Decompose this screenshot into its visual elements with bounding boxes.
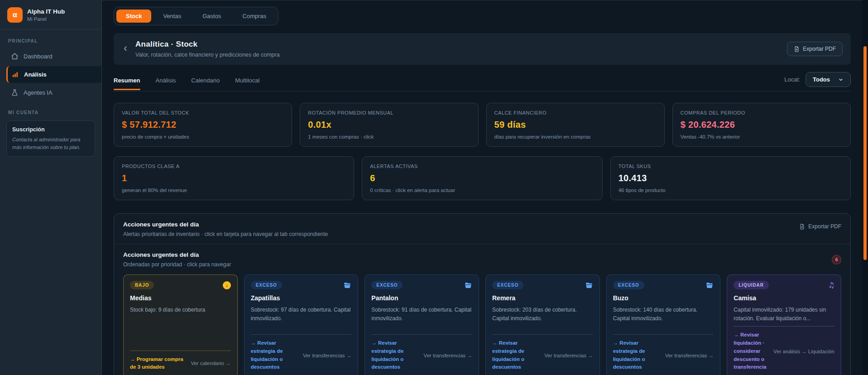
module-tabbar: Stock Ventas Gastos Compras [114, 7, 278, 25]
kpi-value: 10.413 [619, 173, 843, 183]
kpi-value: 6 [370, 173, 594, 183]
kpi-subtext: 46 tipos de producto [619, 188, 843, 193]
app-logo-icon: α [7, 7, 23, 23]
home-icon [11, 53, 19, 60]
priority-badge: BAJO [130, 281, 154, 289]
action-card-pantalon[interactable]: EXCESO Pantalon Sobrestock: 91 días de c… [364, 274, 479, 375]
chevron-down-icon [838, 77, 844, 82]
card-secondary-link[interactable]: Ver transferencias → [544, 353, 593, 358]
kpi-subtext: precio de compra × unidades [122, 134, 284, 139]
file-export-icon [794, 46, 800, 52]
card-action-link[interactable]: → Revisar estrategia de liquidación o de… [492, 339, 541, 371]
card-secondary-link[interactable]: Ver transferencias → [665, 353, 714, 358]
sidebar-item-analisis[interactable]: Análisis [6, 66, 101, 83]
tab-stock[interactable]: Stock [116, 10, 151, 23]
card-action-link[interactable]: → Revisar estrategia de liquidación o de… [613, 339, 662, 371]
sidebar-item-agentes-ia[interactable]: Agentes IA [6, 84, 95, 101]
main-area: Stock Ventas Gastos Compras ‹ Analítica … [102, 0, 868, 375]
kpi-value: 1 [122, 173, 346, 183]
page-header: ‹ Analítica · Stock Valor, rotación, cal… [114, 33, 851, 65]
tab-compras[interactable]: Compras [233, 10, 276, 23]
kpi-row-1: VALOR TOTAL DEL STOCK $ 57.912.712 preci… [114, 103, 851, 147]
kpi-calce-financiero: CALCE FINANCIERO 59 días días para recup… [486, 103, 665, 147]
kpi-subtext: 1 meses con compras · click [308, 134, 470, 139]
card-secondary-link[interactable]: Ver calendario → [191, 361, 230, 366]
sidebar: α Alpha IT Hub Mi Panel PRINCIPAL Dashbo… [0, 0, 102, 375]
panel-title: Acciones urgentes del día [123, 221, 328, 228]
panel-export-pdf-button[interactable]: Exportar PDF [799, 223, 841, 230]
kpi-valor-total-stock: VALOR TOTAL DEL STOCK $ 57.912.712 preci… [114, 103, 292, 147]
local-select[interactable]: Todos [806, 72, 851, 87]
folder-icon [343, 281, 351, 289]
card-action-link[interactable]: → Revisar estrategia de liquidación o de… [371, 339, 420, 371]
action-card-remera[interactable]: EXCESO Remera Sobrestock: 203 días de co… [485, 274, 600, 375]
app-logo-row: α Alpha IT Hub Mi Panel [6, 6, 95, 29]
sidebar-divider [0, 29, 101, 29]
card-action-link[interactable]: → Revisar estrategia de liquidación o de… [251, 339, 299, 371]
card-action-link[interactable]: → Programar compra de 3 unidades [130, 356, 187, 372]
kpi-total-skus: TOTAL SKUS 10.413 46 tipos de producto [610, 156, 851, 200]
priority-badge: EXCESO [371, 281, 403, 289]
kpi-label: TOTAL SKUS [619, 163, 843, 169]
app-name: Alpha IT Hub [27, 8, 65, 15]
urgent-action-cards: BAJO ↓ Medias Stock bajo: 9 días de cobe… [123, 274, 841, 375]
card-title: Remera [492, 294, 593, 302]
card-title: Buzo [613, 294, 714, 302]
card-description: Sobrestock: 140 días de cobertura. Capit… [613, 306, 714, 331]
card-title: Zapatillas [251, 294, 352, 302]
local-select-value: Todos [813, 76, 830, 83]
kpi-value: $ 20.624.226 [681, 120, 843, 130]
action-card-medias[interactable]: BAJO ↓ Medias Stock bajo: 9 días de cobe… [123, 274, 238, 375]
kpi-subtext: 0 críticas · click en alerta para actuar [370, 188, 594, 193]
action-card-zapatillas[interactable]: EXCESO Zapatillas Sobrestock: 97 días de… [244, 274, 359, 375]
sidebar-item-label: Agentes IA [24, 89, 53, 96]
kpi-rotacion-promedio[interactable]: ROTACIÓN PROMEDIO MENSUAL 0.01x 1 meses … [300, 103, 478, 147]
subscription-title: Suscripción [12, 126, 89, 133]
subtab-analisis[interactable]: Análisis [156, 73, 176, 90]
urgent-actions-subheader: Acciones urgentes del día Ordenadas por … [123, 251, 841, 268]
folder-icon [705, 281, 714, 289]
folder-icon [585, 281, 593, 289]
subtabs-row: Resumen Análisis Calendario Multilocal L… [114, 72, 851, 91]
card-secondary-link[interactable]: Ver análisis → Liquidación [773, 349, 834, 354]
scrollbar-thumb[interactable] [863, 46, 867, 260]
inner-title: Acciones urgentes del día [123, 251, 231, 258]
priority-badge: LIQUIDAR [734, 281, 769, 289]
sidebar-item-label: Dashboard [24, 53, 53, 60]
file-export-icon [799, 224, 805, 230]
folder-icon [464, 281, 472, 289]
action-card-camisa[interactable]: LIQUIDAR ♫ Camisa Capital inmovilizado: … [727, 274, 841, 375]
card-action-link[interactable]: → Revisar liquidación · considerar descu… [734, 331, 770, 371]
arrow-down-circle-icon: ↓ [223, 281, 231, 289]
page-subtitle: Valor, rotación, calce financiero y pred… [135, 52, 280, 58]
panel-export-pdf-label: Exportar PDF [808, 223, 841, 230]
kpi-productos-clase-a: PRODUCTOS CLASE A 1 generan el 80% del r… [114, 156, 354, 200]
tab-gastos[interactable]: Gastos [193, 10, 230, 23]
export-pdf-button[interactable]: Exportar PDF [787, 42, 843, 56]
card-secondary-link[interactable]: Ver transferencias → [424, 353, 472, 358]
sidebar-item-dashboard[interactable]: Dashboard [6, 48, 95, 65]
card-secondary-link[interactable]: Ver transferencias → [303, 353, 351, 358]
tab-ventas[interactable]: Ventas [153, 10, 191, 23]
music-note-icon: ♫ [828, 282, 834, 289]
kpi-alertas-activas[interactable]: ALERTAS ACTIVAS 6 0 críticas · click en … [362, 156, 602, 200]
sidebar-item-label: Análisis [24, 71, 47, 78]
subtab-calendario[interactable]: Calendario [191, 73, 220, 90]
action-card-buzo[interactable]: EXCESO Buzo Sobrestock: 140 días de cobe… [606, 274, 721, 375]
card-description: Sobrestock: 203 días de cobertura. Capit… [492, 306, 593, 331]
kpi-label: COMPRAS DEL PERÍODO [681, 110, 843, 115]
local-filter-label: Local: [784, 76, 800, 83]
subtab-multilocal[interactable]: Multilocal [235, 73, 259, 90]
kpi-label: PRODUCTOS CLASE A [122, 163, 346, 169]
subscription-card: Suscripción Contacta al administrador pa… [6, 120, 95, 157]
card-description: Sobrestock: 97 días de cobertura. Capita… [251, 306, 352, 331]
kpi-label: ALERTAS ACTIVAS [370, 163, 594, 169]
kpi-value: 59 días [494, 120, 657, 130]
priority-badge: EXCESO [251, 281, 282, 289]
back-button[interactable]: ‹ [122, 43, 132, 54]
kpi-label: CALCE FINANCIERO [494, 110, 657, 115]
kpi-compras-periodo: COMPRAS DEL PERÍODO $ 20.624.226 Ventas … [672, 103, 851, 147]
card-title: Medias [130, 294, 231, 302]
subtab-resumen[interactable]: Resumen [114, 73, 140, 90]
export-pdf-label: Exportar PDF [803, 46, 836, 52]
